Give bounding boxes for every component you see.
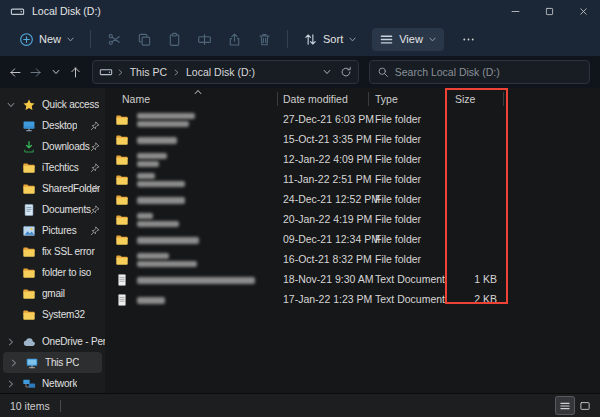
sidebar-item-this-pc[interactable]: This PC <box>3 352 102 373</box>
folder-icon <box>115 153 131 167</box>
chevron-down-icon <box>51 67 61 77</box>
search-input[interactable] <box>395 66 582 78</box>
address-bar: This PC Local Disk (D:) <box>0 56 600 88</box>
chevron-down-icon[interactable] <box>6 100 16 110</box>
up-button[interactable] <box>66 60 86 84</box>
file-row[interactable]: 16-Oct-21 8:32 PMFile folder <box>105 250 600 270</box>
command-toolbar: New Sort View <box>0 22 600 56</box>
file-row[interactable]: 12-Jan-22 4:09 PMFile folder <box>105 150 600 170</box>
sidebar-item-documents[interactable]: Documents <box>0 199 105 220</box>
breadcrumb-local-disk-d[interactable]: Local Disk (D:) <box>184 65 257 79</box>
sidebar-item-onedrive-personal[interactable]: OneDrive - Personal <box>0 331 105 352</box>
details-view-button[interactable] <box>556 397 574 414</box>
file-row[interactable]: 09-Dec-21 12:34 PMFile folder <box>105 230 600 250</box>
window-title: Local Disk (D:) <box>32 5 101 17</box>
maximize-icon <box>544 6 555 17</box>
sidebar-item-label: Pictures <box>42 225 77 236</box>
sidebar-item-label: Downloads <box>42 141 90 152</box>
sidebar-item-downloads[interactable]: Downloads <box>0 136 105 157</box>
toolbar-divider <box>287 30 288 48</box>
chevron-right-icon[interactable] <box>9 358 19 368</box>
name-blur <box>137 153 167 159</box>
more-options-button[interactable] <box>454 26 484 52</box>
file-row[interactable]: 15-Oct-21 3:35 PMFile folder <box>105 130 600 150</box>
address-dropdown-icon[interactable] <box>322 67 332 77</box>
sidebar-item-sharedfolder[interactable]: SharedFolder <box>0 178 105 199</box>
column-divider[interactable] <box>503 92 504 106</box>
chevron-right-icon[interactable] <box>6 379 16 389</box>
sidebar-item-quick-access[interactable]: Quick access <box>0 94 105 115</box>
sort-button[interactable]: Sort <box>296 28 364 51</box>
name-blur <box>137 161 159 167</box>
type-cell: File folder <box>375 213 421 225</box>
search-box <box>369 60 590 84</box>
new-button[interactable]: New <box>12 28 82 51</box>
column-divider[interactable] <box>368 92 369 106</box>
file-row[interactable]: 24-Dec-21 12:52 PMFile folder <box>105 190 600 210</box>
back-button[interactable] <box>6 60 26 84</box>
sidebar-item-pictures[interactable]: Pictures <box>0 220 105 241</box>
sidebar-item-fix-ssl-error[interactable]: fix SSL error <box>0 241 105 262</box>
sidebar-item-label: Quick access <box>42 99 99 110</box>
folder-icon <box>22 308 36 322</box>
file-row[interactable]: 20-Jan-22 4:19 PMFile folder <box>105 210 600 230</box>
recent-locations-button[interactable] <box>46 60 66 84</box>
redacted-file-name <box>137 170 185 190</box>
maximize-button[interactable] <box>532 0 566 22</box>
toolbar-cut-button[interactable] <box>99 26 129 52</box>
file-row[interactable]: 27-Dec-21 6:03 PMFile folder <box>105 110 600 130</box>
sort-button-label: Sort <box>323 33 343 45</box>
chevron-right-icon <box>172 68 181 77</box>
sidebar-item-itechtics[interactable]: iTechtics <box>0 157 105 178</box>
sidebar-item-desktop[interactable]: Desktop <box>0 115 105 136</box>
type-cell: File folder <box>375 133 421 145</box>
sidebar-item-network[interactable]: Network <box>0 373 105 393</box>
toolbar-paste-button[interactable] <box>159 26 189 52</box>
chevron-right-icon <box>116 68 125 77</box>
date-modified-cell: 24-Dec-21 12:52 PM <box>283 193 380 205</box>
type-cell: File folder <box>375 233 421 245</box>
thumbnails-view-icon <box>579 400 591 412</box>
window-controls <box>498 0 600 22</box>
file-row[interactable]: 18-Nov-21 9:30 AMText Document1 KB <box>105 270 600 290</box>
date-modified-cell: 15-Oct-21 3:35 PM <box>283 133 372 145</box>
forward-button[interactable] <box>26 60 46 84</box>
file-row[interactable]: 17-Jan-22 1:23 PMText Document2 KB <box>105 290 600 310</box>
sidebar-item-gmail[interactable]: gmail <box>0 283 105 304</box>
folder-icon <box>22 266 36 280</box>
toolbar-share-button[interactable] <box>219 26 249 52</box>
network-icon <box>22 377 36 391</box>
sidebar-item-system32[interactable]: System32 <box>0 304 105 325</box>
toolbar-copy-button[interactable] <box>129 26 159 52</box>
column-header-name[interactable]: Name <box>122 93 150 105</box>
type-cell: Text Document <box>375 293 445 305</box>
toolbar-delete-button[interactable] <box>249 26 279 52</box>
view-button[interactable]: View <box>372 28 444 51</box>
column-header-date-modified[interactable]: Date modified <box>283 93 348 105</box>
sidebar-item-label: fix SSL error <box>42 246 95 257</box>
file-row[interactable]: 11-Jan-22 2:51 PMFile folder <box>105 170 600 190</box>
name-blur <box>137 181 185 187</box>
text-document-icon <box>115 273 131 287</box>
breadcrumb-this-pc[interactable]: This PC <box>128 65 169 79</box>
column-header-type[interactable]: Type <box>375 93 398 105</box>
folder-icon <box>115 133 131 147</box>
close-icon <box>578 6 589 17</box>
size-cell: 1 KB <box>474 273 497 285</box>
minimize-button[interactable] <box>498 0 532 22</box>
folder-icon <box>115 113 131 127</box>
redacted-file-name <box>137 270 255 290</box>
file-list-pane: Name Date modified Type Size 27-Dec-21 6… <box>105 88 600 393</box>
redacted-file-name <box>137 130 177 150</box>
thumbnails-view-button[interactable] <box>576 397 594 414</box>
column-divider[interactable] <box>277 92 278 106</box>
refresh-icon[interactable] <box>340 66 352 78</box>
sidebar-item-label: OneDrive - Personal <box>42 336 105 347</box>
paste-icon <box>167 32 182 47</box>
sidebar-item-folder-to-iso[interactable]: folder to iso <box>0 262 105 283</box>
close-button[interactable] <box>566 0 600 22</box>
column-header-size[interactable]: Size <box>455 93 475 105</box>
chevron-right-icon[interactable] <box>6 337 16 347</box>
breadcrumb[interactable]: This PC Local Disk (D:) <box>92 60 359 84</box>
toolbar-rename-button[interactable] <box>189 26 219 52</box>
